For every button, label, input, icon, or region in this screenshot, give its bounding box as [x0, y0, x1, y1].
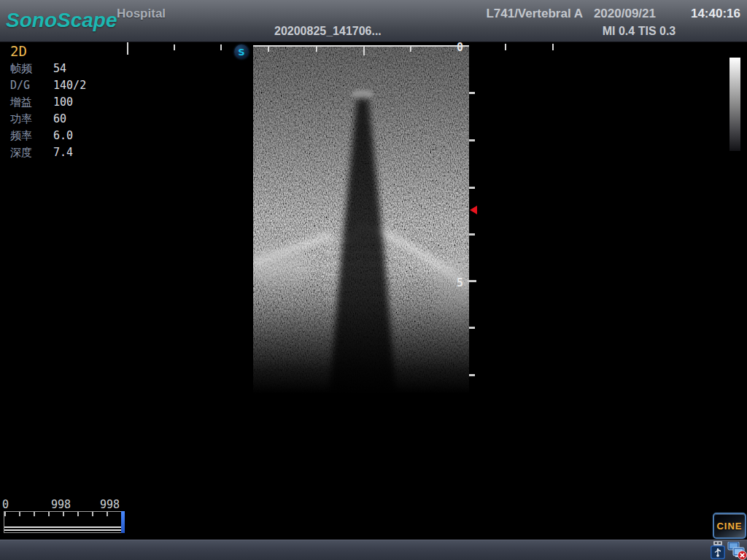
focus-marker-icon[interactable] [470, 206, 477, 214]
param-value: 60 [53, 112, 66, 125]
usb-storage-icon[interactable] [710, 541, 726, 560]
param-value: 54 [53, 62, 66, 75]
param-row-depth: 深度 7.4 [10, 146, 73, 162]
depth-tick [469, 327, 475, 329]
param-row-dg: D/G 140/2 [10, 79, 86, 95]
ruler-tick [316, 46, 317, 52]
param-label: 增益 [10, 96, 47, 109]
depth-tick [469, 139, 475, 141]
grayscale-bar [729, 58, 740, 151]
param-label: 功率 [10, 112, 47, 126]
depth-label-0: 0 [457, 41, 463, 54]
sonoscape-logo: SonoScape [6, 9, 117, 32]
cine-tick [107, 512, 108, 516]
cine-tick [34, 512, 35, 516]
depth-tick [469, 374, 475, 376]
param-row-frequency: 频率 6.0 [10, 129, 73, 145]
cine-button-label: CINE [716, 521, 742, 532]
param-label: D/G [10, 79, 47, 92]
cine-position-cursor[interactable] [121, 511, 125, 533]
taskbar [0, 540, 747, 560]
ultrasound-image [253, 45, 469, 394]
param-label: 频率 [10, 129, 47, 143]
depth-tick [469, 92, 475, 94]
image-top-edge-line [253, 45, 469, 47]
depth-tick [469, 187, 475, 189]
orientation-marker-icon: S [234, 44, 249, 59]
ruler-tick [552, 44, 554, 50]
cine-tick [92, 512, 93, 516]
param-value: 7.4 [53, 146, 73, 159]
cine-tick [19, 512, 20, 516]
cine-tick [48, 512, 50, 516]
cine-total-label: 998 [100, 498, 120, 511]
param-row-power: 功率 60 [10, 112, 66, 128]
ruler-tick [268, 46, 269, 52]
cine-tick [77, 512, 79, 516]
cine-tick [63, 512, 64, 516]
ultrasound-screen: SonoScape Hospital L741/Vertebral A 2020… [0, 0, 747, 560]
param-value: 140/2 [53, 79, 86, 92]
cine-track-line [4, 526, 123, 528]
ruler-tick [220, 44, 222, 50]
mi-tis-readout: MI 0.4 TIS 0.3 [595, 25, 683, 38]
param-row-gain: 增益 100 [10, 96, 73, 112]
network-disconnected-icon[interactable] [727, 542, 747, 560]
orientation-marker-letter: S [238, 47, 244, 58]
ruler-tick-major [127, 42, 128, 55]
hospital-name: Hospital [117, 7, 166, 21]
cine-start-label: 0 [2, 498, 9, 511]
ruler-tick [174, 44, 175, 50]
ruler-tick-major [363, 46, 365, 55]
ultrasound-speckle-render [253, 45, 469, 394]
param-value: 6.0 [53, 129, 73, 142]
cine-current-label: 998 [51, 498, 71, 511]
ruler-tick [505, 44, 506, 50]
depth-tick-major [468, 280, 476, 282]
param-value: 100 [53, 96, 73, 109]
mode-label: 2D [10, 43, 27, 59]
clock: 14:40:16 [691, 7, 740, 21]
depth-label-5: 5 [457, 276, 463, 289]
header-bar: SonoScape Hospital L741/Vertebral A 2020… [0, 0, 747, 42]
probe-preset-label: L741/Vertebral A [486, 7, 583, 21]
param-row-framerate: 帧频 54 [10, 62, 66, 78]
cine-button[interactable]: CINE [713, 513, 746, 539]
cine-track-line [4, 529, 123, 531]
exam-date: 2020/09/21 [594, 7, 656, 21]
depth-tick [469, 233, 475, 236]
param-label: 深度 [10, 146, 47, 160]
cine-tick [4, 512, 6, 516]
exam-id: 20200825_141706... [274, 25, 398, 38]
cine-progress-bar[interactable] [4, 511, 123, 533]
param-label: 帧频 [10, 62, 47, 76]
ruler-tick [410, 46, 411, 52]
